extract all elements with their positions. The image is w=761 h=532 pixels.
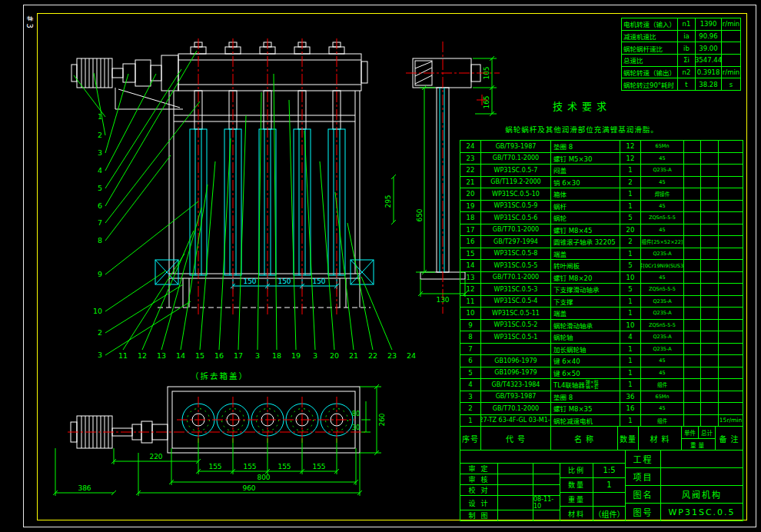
bom-material: 组件 <box>641 379 684 391</box>
ratio-label: 蜗轮转速（输出） <box>622 67 678 78</box>
qty-label: 数量 <box>560 478 593 492</box>
bom-seq: 12 <box>460 284 481 295</box>
bom-name-text: 下支撑滑动轴承 <box>553 284 600 294</box>
bom-header-material: 材 料 <box>639 427 682 450</box>
ratio-table-row: 蜗轮蜗杆速比 ib 39.00 <box>622 42 740 54</box>
bom-unit-weight <box>684 320 701 331</box>
bom-material: 组件[25×52×22] <box>641 236 684 248</box>
scale-block: 比例 1:5 数量 1 重量 材料 （组件） <box>560 464 625 520</box>
bom-unit-weight <box>684 367 701 379</box>
table-row: 14 WP31SC.0.5-5 转叶闸板 5 焊接件[0Cr19Ni9(SUS3… <box>460 260 743 272</box>
part-number-label: 11 <box>118 351 128 360</box>
front-view-outlines <box>71 42 367 308</box>
bom-seq: 24 <box>460 141 481 152</box>
bom-name-text: 键 6×50 <box>553 368 580 377</box>
bom-name-text: 端盖 <box>553 249 567 258</box>
bom-qty: 12 <box>620 141 641 152</box>
bom-unit-weight <box>684 415 701 427</box>
bom-remark <box>719 379 743 391</box>
item-label: 项目 <box>626 468 661 485</box>
bom-name: 螺钉 M5×30 <box>551 153 620 165</box>
bom-remark <box>719 212 743 224</box>
bom-name: 端盖 <box>551 308 620 319</box>
bom-unit-weight <box>684 153 701 165</box>
bom-remark <box>719 248 743 260</box>
part-number-label: 21 <box>349 351 358 360</box>
bom-rows: 24 GB/T93-1987 垫圈 8 12 65Mn 23 GB/T70.1-… <box>460 141 743 427</box>
bom-name-text: 蜗轮 <box>553 213 567 222</box>
bom-unit-weight <box>684 188 701 200</box>
bom-total-weight <box>701 248 719 260</box>
bom-name: 下支撑滑动轴承 <box>551 284 620 295</box>
part-number-label: 3 <box>255 351 260 360</box>
bom-qty: 12 <box>620 153 641 165</box>
table-row: 12 WP31SC.0.5-3 下支撑滑动轴承 5 ZQSn5-5-5 <box>460 284 743 296</box>
bom-name: 键 6×40 <box>551 355 620 367</box>
scale-value: 1:5 <box>593 464 625 477</box>
bom-unit-weight <box>684 177 701 188</box>
bom-qty: 36 <box>620 391 641 403</box>
bom-code: WP31SC.0.5-10 <box>481 188 551 200</box>
bom-header-weight: 重量 <box>682 439 715 450</box>
bom-qty: 10 <box>620 320 641 331</box>
bom-name: TL4联轴器弹×柱 销×套 <box>551 379 620 391</box>
drawing-name-value: 风阀机构 <box>661 486 743 503</box>
tech-req-title: 技术要求 <box>470 98 693 113</box>
signature-date <box>533 485 560 495</box>
dim-label: 155 <box>208 463 221 470</box>
table-row: 4 GB/T4323-1984 TL4联轴器弹×柱 销×套 1 组件 <box>460 379 743 391</box>
bom-remark <box>719 272 743 284</box>
ratio-unit: s <box>722 78 740 90</box>
ratio-unit: r/min <box>722 67 740 78</box>
bom-seq: 3 <box>460 391 481 403</box>
bom-code: GB/T93-1987 <box>481 141 551 152</box>
bom-remark <box>719 403 743 414</box>
bom-material: ZQSn5-5-5 <box>641 212 684 224</box>
table-row: 24 GB/T93-1987 垫圈 8 12 65Mn <box>460 141 743 153</box>
bom-header-code: 代 号 <box>481 427 551 450</box>
bom-total-weight <box>701 331 719 343</box>
bom-name-text: 销 6×30 <box>553 178 580 187</box>
bom-code: GB/T70.1-2000 <box>481 224 551 236</box>
bom-total-weight <box>701 272 719 284</box>
title-block-spacer <box>460 451 625 464</box>
title-block-left: 审 定 审 核 校 对 设 计 08-11-10 <box>460 451 625 520</box>
bom-name-text: 蜗轮轴 <box>553 332 573 341</box>
bom-seq: 13 <box>460 272 481 284</box>
ratio-table-row: 电机转速（输入） n1 1390 r/min <box>622 18 740 30</box>
bom-remark <box>719 177 743 188</box>
bom-unit-weight <box>684 212 701 224</box>
bom-qty: 1 <box>620 367 641 379</box>
bom-header-unit-piece: 单件 <box>682 427 699 438</box>
bom-material: 组件 <box>641 415 684 427</box>
ratio-unit <box>722 55 740 66</box>
part-number-label: 1 <box>98 112 102 121</box>
bom-unit-weight <box>684 165 701 176</box>
part-number-label: 24 <box>407 351 416 360</box>
bom-unit-weight <box>684 355 701 367</box>
signature-name <box>498 474 533 484</box>
bom-code: GB/T119.2-2000 <box>481 177 551 188</box>
signature-label: 设 计 <box>460 496 498 510</box>
dim-label: 155 <box>243 463 256 470</box>
bom-material: 45 <box>641 177 684 188</box>
table-row: 19 WP31SC.0.5-9 蜗杆 1 45 <box>460 201 743 213</box>
bom-code: WP31SC.0.5-6 <box>481 212 551 224</box>
bom-seq: 22 <box>460 165 481 176</box>
table-row: 16 GB/T297-1994 圆锥滚子轴承 32205 2 组件[25×52×… <box>460 236 743 248</box>
bom-remark <box>719 320 743 331</box>
ratio-table-row: 减速机速比 ia 90.96 <box>622 30 740 42</box>
bom-header-qty: 数量 <box>618 427 639 450</box>
bom-qty: 1 <box>620 308 641 319</box>
weight-value <box>593 493 625 507</box>
part-number-label: 16 <box>214 351 224 360</box>
table-row: 15 WP31SC.0.5-8 端盖 1 Q235-A <box>460 248 743 261</box>
bom-qty: 4 <box>620 331 641 343</box>
bom-code: WP31SC.0.5-5 <box>481 260 551 271</box>
bom-material: 45 <box>641 201 684 212</box>
bom-unit-weight <box>684 201 701 212</box>
bom-seq: 23 <box>460 153 481 165</box>
bom-unit-weight <box>684 260 701 271</box>
bom-code: WP31SC.0.5-7 <box>481 165 551 176</box>
bom-unit-weight <box>684 141 701 152</box>
